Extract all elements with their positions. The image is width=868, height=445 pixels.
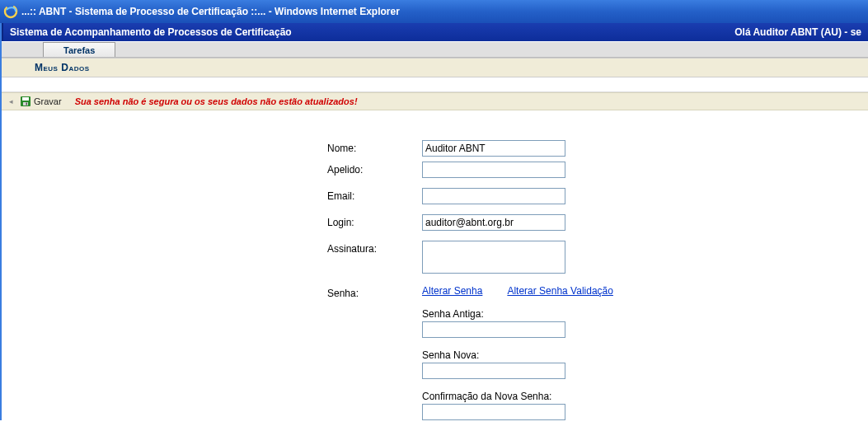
input-confirma-senha[interactable] — [422, 404, 565, 420]
page-subheader: Meus Dados — [2, 58, 868, 77]
tabs-bar: Tarefas — [2, 41, 868, 58]
collapse-icon[interactable]: ◂ — [7, 97, 15, 105]
input-assinatura[interactable] — [422, 241, 565, 274]
svg-rect-2 — [22, 97, 29, 101]
link-alterar-senha[interactable]: Alterar Senha — [422, 285, 482, 297]
page-title: Meus Dados — [35, 62, 90, 73]
label-nome: Nome: — [2, 140, 422, 154]
tab-tarefas[interactable]: Tarefas — [43, 42, 115, 57]
form-area: Nome: Apelido: Email: Login: Assinatura:… — [2, 110, 868, 420]
link-alterar-senha-validacao[interactable]: Alterar Senha Validação — [507, 285, 613, 297]
svg-rect-3 — [23, 102, 28, 105]
input-senha-nova[interactable] — [422, 363, 565, 379]
tab-label: Tarefas — [63, 45, 95, 55]
label-senha-antiga: Senha Antiga: — [422, 308, 868, 320]
label-assinatura: Assinatura: — [2, 241, 422, 255]
action-bar: ◂ Gravar Sua senha não é segura ou os se… — [2, 92, 868, 110]
svg-rect-4 — [26, 103, 28, 105]
input-apelido[interactable] — [422, 162, 565, 178]
label-confirma-senha: Confirmação da Nova Senha: — [422, 391, 868, 402]
label-senha: Senha: — [2, 285, 422, 299]
label-apelido: Apelido: — [2, 162, 422, 176]
label-senha-nova: Senha Nova: — [422, 349, 868, 361]
warning-message: Sua senha não é segura ou os seus dados … — [75, 96, 358, 106]
input-senha-antiga[interactable] — [422, 321, 565, 338]
save-icon — [20, 96, 31, 107]
label-login: Login: — [2, 214, 422, 228]
input-login[interactable] — [422, 214, 565, 231]
save-label: Gravar — [34, 96, 62, 106]
input-nome[interactable] — [422, 140, 565, 157]
input-email[interactable] — [422, 188, 565, 204]
window-titlebar: ...:: ABNT - Sistema de Processo de Cert… — [0, 0, 868, 23]
spacer — [2, 77, 868, 92]
label-email: Email: — [2, 188, 422, 202]
app-header: Sistema de Acompanhamento de Processos d… — [2, 23, 868, 41]
system-name: Sistema de Acompanhamento de Processos d… — [10, 26, 292, 38]
save-button[interactable]: Gravar — [20, 96, 62, 107]
window-title: ...:: ABNT - Sistema de Processo de Cert… — [21, 6, 400, 17]
ie-icon — [3, 4, 18, 19]
user-greeting: Olá Auditor ABNT (AU) - se — [734, 26, 861, 38]
